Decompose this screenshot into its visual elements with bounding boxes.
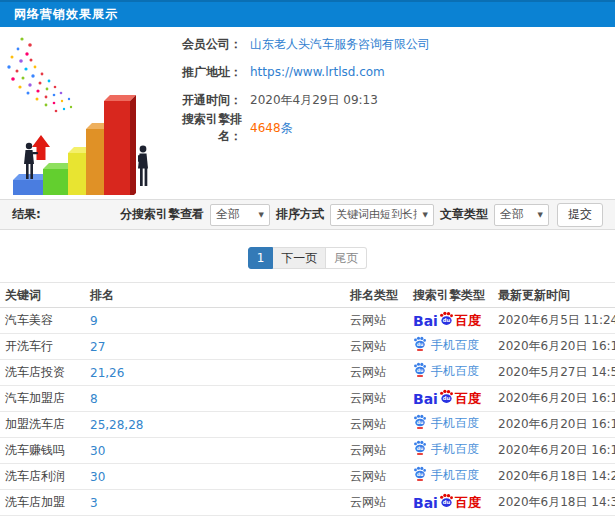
header-keyword: 关键词 bbox=[0, 283, 85, 308]
rank-type-cell: 云网站 bbox=[345, 464, 408, 490]
businessman-left bbox=[24, 143, 38, 179]
mobile-baidu-paw-icon: du bbox=[413, 336, 427, 351]
pagination: 1 下一页 尾页 bbox=[0, 247, 615, 269]
company-label: 会员公司： bbox=[160, 36, 242, 53]
rank-type-cell: 云网站 bbox=[345, 386, 408, 412]
keyword-cell: 加盟洗车店 bbox=[0, 412, 85, 438]
field-url: 推广地址： https://www.lrtlsd.com bbox=[160, 58, 430, 86]
svg-text:du: du bbox=[417, 342, 424, 347]
mobile-baidu-badge: du 手机百度 bbox=[413, 441, 479, 458]
table-header-row: 关键词 排名 排名类型 搜索引擎类型 最新更新时间 bbox=[0, 283, 615, 308]
keyword-cell: 汽车加盟店 bbox=[0, 386, 85, 412]
page-title: 网络营销效果展示 bbox=[14, 6, 118, 23]
businessman-right bbox=[138, 146, 148, 186]
url-value-link[interactable]: https://www.lrtlsd.com bbox=[250, 65, 385, 79]
mobile-baidu-paw-icon: du bbox=[413, 466, 427, 481]
engine-type-cell: Bai du 百度 du bbox=[408, 334, 493, 360]
engine-type-cell: Bai du 百度 du bbox=[408, 386, 493, 412]
page-button-current[interactable]: 1 bbox=[248, 247, 274, 269]
bar-red bbox=[104, 95, 136, 195]
engine-type-cell: Bai du 百度 du bbox=[408, 490, 493, 516]
page-button-last[interactable]: 尾页 bbox=[326, 247, 367, 269]
table-row: 加盟洗车店 25,28,28 云网站 Bai du 百度 bbox=[0, 412, 615, 438]
updated-cell: 2020年6月18日 14:27 bbox=[493, 464, 615, 490]
svg-text:du: du bbox=[417, 446, 424, 451]
baidu-logo: Bai du 百度 bbox=[413, 390, 481, 408]
table-body: 汽车美容 9 云网站 Bai du 百度 bbox=[0, 308, 615, 516]
svg-text:du: du bbox=[443, 395, 451, 401]
rank-count-suffix: 条 bbox=[281, 121, 293, 135]
rank-count-value: 4648条 bbox=[250, 120, 293, 137]
article-type-label: 文章类型 bbox=[440, 206, 488, 223]
table-row: 汽车美容 9 云网站 Bai du 百度 bbox=[0, 308, 615, 334]
svg-text:du: du bbox=[417, 368, 424, 373]
rank-cell: 9 bbox=[85, 308, 345, 334]
updated-cell: 2020年6月18日 14:30 bbox=[493, 490, 615, 516]
table-row: 洗车赚钱吗 30 云网站 Bai du 百度 bbox=[0, 438, 615, 464]
engine-type-cell: Bai du 百度 du bbox=[408, 438, 493, 464]
chevron-down-icon: ▼ bbox=[259, 211, 264, 219]
updated-cell: 2020年6月20日 16:11 bbox=[493, 412, 615, 438]
baidu-paw-icon: du bbox=[439, 493, 454, 508]
header-updated: 最新更新时间 bbox=[493, 283, 615, 308]
field-open-time: 开通时间： 2020年4月29日 09:13 bbox=[160, 86, 430, 114]
table-row: 洗车店投资 21,26 云网站 Bai du 百度 bbox=[0, 360, 615, 386]
result-label: 结果: bbox=[12, 206, 41, 223]
keyword-cell: 洗车店加盟 bbox=[0, 490, 85, 516]
field-company: 会员公司： 山东老人头汽车服务咨询有限公司 bbox=[160, 30, 430, 58]
title-bar: 网络营销效果展示 bbox=[0, 0, 615, 27]
rank-cell: 30 bbox=[85, 438, 345, 464]
keyword-cell: 汽车美容 bbox=[0, 308, 85, 334]
engine-type-cell: Bai du 百度 du bbox=[408, 360, 493, 386]
rank-type-cell: 云网站 bbox=[345, 360, 408, 386]
rank-cell: 8 bbox=[85, 386, 345, 412]
open-time-label: 开通时间： bbox=[160, 92, 242, 109]
rank-cell: 21,26 bbox=[85, 360, 345, 386]
url-label: 推广地址： bbox=[160, 64, 242, 81]
page-button-next[interactable]: 下一页 bbox=[273, 247, 326, 269]
filter-controls: 分搜索引擎查看 全部 ▼ 排序方式 关键词由短到长排序 ▼ 文章类型 全部 ▼ … bbox=[120, 203, 603, 227]
up-arrow bbox=[32, 135, 50, 160]
rank-type-cell: 云网站 bbox=[345, 490, 408, 516]
field-rank-count: 搜索引擎排名： 4648条 bbox=[160, 114, 430, 142]
mobile-baidu-badge: du 手机百度 bbox=[413, 337, 479, 354]
mobile-baidu-badge: du 手机百度 bbox=[413, 363, 479, 380]
chevron-down-icon: ▼ bbox=[538, 211, 543, 219]
table-row: 汽车加盟店 8 云网站 Bai du 百度 bbox=[0, 386, 615, 412]
baidu-logo: Bai du 百度 bbox=[413, 494, 481, 512]
filter-bar: 结果: 分搜索引擎查看 全部 ▼ 排序方式 关键词由短到长排序 ▼ 文章类型 全… bbox=[0, 199, 615, 230]
baidu-paw-icon: du bbox=[439, 389, 454, 404]
engine-filter-label: 分搜索引擎查看 bbox=[120, 206, 204, 223]
member-info: 会员公司： 山东老人头汽车服务咨询有限公司 推广地址： https://www.… bbox=[160, 27, 430, 197]
svg-text:du: du bbox=[417, 472, 424, 477]
updated-cell: 2020年6月20日 16:12 bbox=[493, 386, 615, 412]
company-value-link[interactable]: 山东老人头汽车服务咨询有限公司 bbox=[250, 36, 430, 53]
article-type-select-value: 全部 bbox=[500, 206, 532, 223]
article-type-select[interactable]: 全部 ▼ bbox=[494, 204, 549, 226]
keyword-cell: 开洗车行 bbox=[0, 334, 85, 360]
engine-type-cell: Bai du 百度 du bbox=[408, 464, 493, 490]
rank-type-cell: 云网站 bbox=[345, 308, 408, 334]
sort-select-value: 关键词由短到长排序 bbox=[336, 207, 417, 222]
rank-type-cell: 云网站 bbox=[345, 438, 408, 464]
keyword-cell: 洗车店投资 bbox=[0, 360, 85, 386]
engine-type-cell: Bai du 百度 du bbox=[408, 412, 493, 438]
updated-cell: 2020年6月20日 16:16 bbox=[493, 334, 615, 360]
baidu-paw-icon: du bbox=[439, 311, 454, 326]
bar-chart-clipart bbox=[0, 27, 172, 195]
engine-select[interactable]: 全部 ▼ bbox=[210, 204, 270, 226]
mobile-baidu-badge: du 手机百度 bbox=[413, 415, 479, 432]
header-rank-type: 排名类型 bbox=[345, 283, 408, 308]
rank-cell: 30 bbox=[85, 464, 345, 490]
sort-select[interactable]: 关键词由短到长排序 ▼ bbox=[330, 204, 434, 226]
header-rank: 排名 bbox=[85, 283, 345, 308]
open-time-value: 2020年4月29日 09:13 bbox=[250, 92, 378, 109]
rank-count-label: 搜索引擎排名： bbox=[160, 111, 242, 145]
submit-button[interactable]: 提交 bbox=[557, 203, 603, 227]
results-table: 关键词 排名 排名类型 搜索引擎类型 最新更新时间 汽车美容 9 云网站 Bai… bbox=[0, 282, 615, 516]
rank-cell: 25,28,28 bbox=[85, 412, 345, 438]
mobile-baidu-badge: du 手机百度 bbox=[413, 467, 479, 484]
updated-cell: 2020年5月27日 14:58 bbox=[493, 360, 615, 386]
svg-text:du: du bbox=[417, 420, 424, 425]
engine-type-cell: Bai du 百度 du bbox=[408, 308, 493, 334]
